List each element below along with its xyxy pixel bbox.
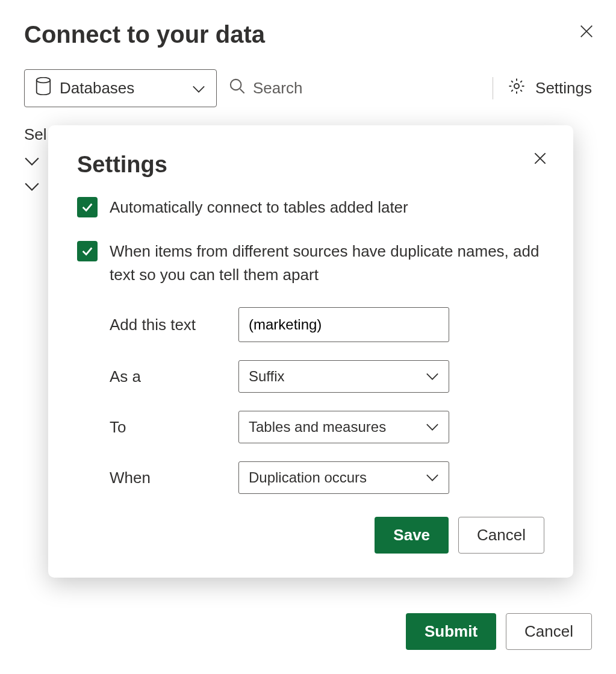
auto-connect-label: Automatically connect to tables added la… [110,196,408,219]
settings-button[interactable]: Settings [493,77,592,99]
settings-modal: Settings Automatically connect to tables… [48,125,573,578]
close-button[interactable] [578,23,595,42]
svg-point-2 [514,84,519,89]
duplicate-names-checkbox[interactable] [77,241,98,261]
search-placeholder: Search [253,79,302,98]
close-icon [532,151,548,166]
search-input[interactable]: Search [229,78,481,99]
database-icon [36,77,51,99]
as-a-label: As a [110,367,238,386]
svg-point-1 [231,80,241,90]
modal-close-button[interactable] [532,151,548,169]
svg-point-0 [37,78,51,83]
chevron-down-icon [24,181,40,192]
category-dropdown[interactable]: Databases [24,69,217,107]
page-title: Connect to your data [0,0,616,48]
check-icon [81,245,94,258]
when-label: When [110,469,238,487]
auto-connect-checkbox[interactable] [77,197,98,217]
search-icon [229,78,246,99]
cancel-button[interactable]: Cancel [506,613,592,650]
when-select[interactable]: Duplication occurs [238,461,449,494]
as-a-select[interactable]: Suffix [238,360,449,393]
close-icon [578,23,595,40]
to-label: To [110,418,238,437]
submit-button[interactable]: Submit [406,613,496,650]
page-footer: Submit Cancel [406,613,592,650]
chevron-down-icon [426,372,439,381]
chevron-down-icon [426,423,439,431]
when-value: Duplication occurs [249,469,367,486]
add-text-label: Add this text [110,316,238,334]
to-value: Tables and measures [249,419,386,435]
add-text-input[interactable] [238,307,449,342]
to-select[interactable]: Tables and measures [238,411,449,443]
save-button[interactable]: Save [375,517,449,554]
check-icon [81,201,94,214]
duplicate-names-label: When items from different sources have d… [110,240,544,287]
as-a-value: Suffix [249,368,285,385]
chevron-down-icon [24,156,40,167]
settings-label: Settings [535,79,592,98]
chevron-down-icon [426,473,439,482]
gear-icon [508,77,526,99]
chevron-down-icon [192,79,205,98]
modal-title: Settings [77,152,544,178]
category-label: Databases [60,79,134,98]
modal-cancel-button[interactable]: Cancel [458,517,544,554]
toolbar: Databases Search Settings [0,48,616,119]
